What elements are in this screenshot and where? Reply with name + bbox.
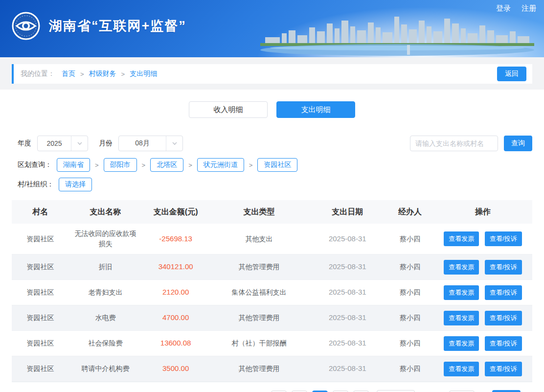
cell-amount: 4700.00 xyxy=(142,305,209,331)
main-content: 收入明细 支出明细 年度 2025 月份 08月 查询 区划查询： 湖南省 > … xyxy=(0,90,544,392)
region-city-button[interactable]: 邵阳市 xyxy=(104,158,137,172)
cell-village: 资园社区 xyxy=(12,280,69,305)
region-street-button[interactable]: 状元洲街道 xyxy=(197,158,244,172)
view-complaint-button[interactable]: 查看/投诉 xyxy=(485,311,522,325)
confirm-button[interactable]: 确认 xyxy=(492,390,521,392)
page-size-select[interactable]: 10条/页 xyxy=(377,390,415,392)
cell-actions: 查看发票 查看/投诉 xyxy=(433,254,532,280)
back-button[interactable]: 返回 xyxy=(497,67,526,81)
cell-village: 资园社区 xyxy=(12,331,69,356)
site-header: 湖南省“互联网+监督” 登录 注册 xyxy=(0,0,544,57)
cell-date: 2025-08-31 xyxy=(308,254,386,280)
view-complaint-button[interactable]: 查看/投诉 xyxy=(485,260,522,275)
tab-income-detail[interactable]: 收入明细 xyxy=(189,101,268,118)
col-village: 村名 xyxy=(12,200,69,224)
view-invoice-button[interactable]: 查看发票 xyxy=(444,362,479,376)
year-select[interactable]: 2025 xyxy=(37,136,88,151)
chevron-down-icon xyxy=(166,136,182,151)
expense-table: 村名 支出名称 支出金额(元) 支出类型 支出日期 经办人 操作 资园社区 无法… xyxy=(12,200,532,382)
breadcrumb-village-finance-link[interactable]: 村级财务 xyxy=(89,69,116,78)
cell-handler: 蔡小四 xyxy=(386,331,433,356)
filter-row: 年度 2025 月份 08月 查询 xyxy=(0,136,544,151)
cell-handler: 蔡小四 xyxy=(386,254,433,280)
cell-date: 2025-08-31 xyxy=(308,280,386,305)
breadcrumb-band: 我的位置： 首页 > 村级财务 > 支出明细 返回 xyxy=(0,57,544,90)
cell-expense-name: 无法收回的应收款项损失 xyxy=(69,224,142,254)
month-select[interactable]: 08月 xyxy=(118,136,183,151)
cell-expense-name: 社会保险费 xyxy=(69,331,142,356)
view-invoice-button[interactable]: 查看发票 xyxy=(444,260,479,275)
tab-expense-detail[interactable]: 支出明细 xyxy=(276,101,355,118)
table-row: 资园社区 无法收回的应收款项损失 -25698.13 其他支出 2025-08-… xyxy=(12,224,532,254)
cell-type: 其他管理费用 xyxy=(209,356,308,382)
org-label: 村/社组织： xyxy=(18,180,54,189)
cell-type: 其他管理费用 xyxy=(209,305,308,331)
col-date: 支出日期 xyxy=(308,200,386,224)
year-label: 年度 xyxy=(18,139,31,148)
cell-amount: 340121.00 xyxy=(142,254,209,280)
cell-date: 2025-08-31 xyxy=(308,305,386,331)
cell-type: 集体公益福利支出 xyxy=(209,280,308,305)
region-separator: > xyxy=(142,161,146,169)
table-row: 资园社区 水电费 4700.00 其他管理费用 2025-08-31 蔡小四 查… xyxy=(12,305,532,331)
cell-date: 2025-08-31 xyxy=(308,331,386,356)
login-link[interactable]: 登录 xyxy=(496,4,511,13)
region-separator: > xyxy=(95,161,99,169)
month-label: 月份 xyxy=(99,139,113,148)
cell-village: 资园社区 xyxy=(12,305,69,331)
register-link[interactable]: 注册 xyxy=(521,4,536,13)
cell-actions: 查看发票 查看/投诉 xyxy=(433,305,532,331)
cell-type: 其他管理费用 xyxy=(209,254,308,280)
region-label: 区划查询： xyxy=(18,161,52,169)
view-complaint-button[interactable]: 查看/投诉 xyxy=(485,285,522,300)
cell-expense-name: 折旧 xyxy=(69,254,142,280)
col-amount: 支出金额(元) xyxy=(142,200,209,224)
cell-date: 2025-08-31 xyxy=(308,224,386,254)
auth-links: 登录 注册 xyxy=(496,4,536,13)
breadcrumb-expense-detail-link[interactable]: 支出明细 xyxy=(130,69,157,78)
table-header-row: 村名 支出名称 支出金额(元) 支出类型 支出日期 经办人 操作 xyxy=(12,200,532,224)
view-invoice-button[interactable]: 查看发票 xyxy=(444,231,479,246)
view-invoice-button[interactable]: 查看发票 xyxy=(444,285,479,300)
cell-expense-name: 聘请中介机构费 xyxy=(69,356,142,382)
view-invoice-button[interactable]: 查看发票 xyxy=(444,311,479,325)
region-district-button[interactable]: 北塔区 xyxy=(150,158,183,172)
region-filter-row: 区划查询： 湖南省 > 邵阳市 > 北塔区 > 状元洲街道 > 资园社区 xyxy=(0,158,544,172)
org-select-button[interactable]: 请选择 xyxy=(59,178,92,191)
col-handler: 经办人 xyxy=(386,200,433,224)
cell-actions: 查看发票 查看/投诉 xyxy=(433,331,532,356)
view-complaint-button[interactable]: 查看/投诉 xyxy=(485,362,522,376)
cell-village: 资园社区 xyxy=(12,356,69,382)
region-separator: > xyxy=(249,161,253,169)
cell-amount: 13600.08 xyxy=(142,331,209,356)
region-community-button[interactable]: 资园社区 xyxy=(257,158,297,172)
view-invoice-button[interactable]: 查看发票 xyxy=(444,336,479,351)
breadcrumb: 我的位置： 首页 > 村级财务 > 支出明细 返回 xyxy=(12,64,532,84)
cell-type: 其他支出 xyxy=(209,224,308,254)
cell-handler: 蔡小四 xyxy=(386,356,433,382)
cell-village: 资园社区 xyxy=(12,224,69,254)
cell-village: 资园社区 xyxy=(12,254,69,280)
view-complaint-button[interactable]: 查看/投诉 xyxy=(485,336,522,351)
month-select-value: 08月 xyxy=(119,136,166,151)
breadcrumb-separator: > xyxy=(80,70,84,78)
breadcrumb-separator: > xyxy=(121,70,125,78)
cell-expense-name: 老青妇支出 xyxy=(69,280,142,305)
search-input[interactable] xyxy=(410,136,498,151)
table-row: 资园社区 社会保险费 13600.08 村（社）干部报酬 2025-08-31 … xyxy=(12,331,532,356)
cell-actions: 查看发票 查看/投诉 xyxy=(433,224,532,254)
breadcrumb-home-link[interactable]: 首页 xyxy=(62,69,75,78)
detail-tabs: 收入明细 支出明细 xyxy=(0,101,544,118)
org-filter-row: 村/社组织： 请选择 xyxy=(0,178,544,191)
cell-handler: 蔡小四 xyxy=(386,280,433,305)
view-complaint-button[interactable]: 查看/投诉 xyxy=(485,231,522,246)
cell-type: 村（社）干部报酬 xyxy=(209,331,308,356)
pagination: « ‹ 1 › » 10条/页 跳转至 页 确认 xyxy=(271,390,521,392)
table-footer: 金额总计： 33.83 万元 « ‹ 1 › » 10条/页 跳转至 页 确认 xyxy=(12,382,532,392)
site-title: 湖南省“互联网+监督” xyxy=(49,17,186,35)
region-province-button[interactable]: 湖南省 xyxy=(57,158,90,172)
search-button[interactable]: 查询 xyxy=(504,136,532,151)
col-type: 支出类型 xyxy=(209,200,308,224)
city-skyline-image xyxy=(260,14,534,56)
cell-amount: -25698.13 xyxy=(142,224,209,254)
